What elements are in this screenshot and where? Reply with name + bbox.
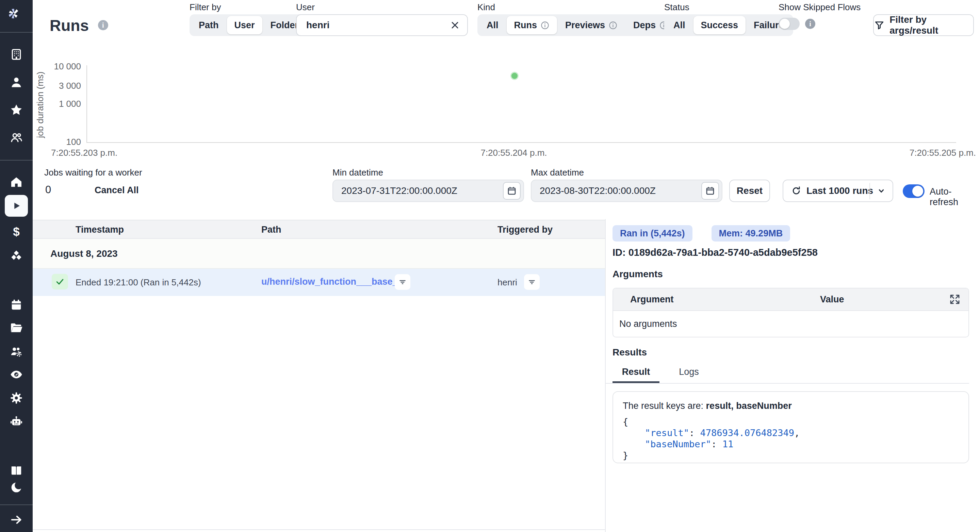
tab-result[interactable]: Result [612,367,659,383]
show-skipped-info-icon[interactable]: i [805,19,815,29]
resources-cubes-icon[interactable] [10,249,23,263]
workspace-icon[interactable] [10,48,23,61]
windmill-logo-icon[interactable] [7,7,26,26]
status-success[interactable]: Success [694,16,746,34]
y-tick-1000: 1 000 [33,98,81,109]
filter-by-user[interactable]: User [227,16,262,34]
x-tick-left: 7:20:55.203 p.m. [51,148,118,158]
success-status-badge [52,274,68,289]
status-segmented: All Success Failure [664,14,793,36]
filter-by-path-button[interactable] [395,274,410,290]
y-tick-10000: 10 000 [33,61,81,72]
runs-table-header: Timestamp Path Triggered by [33,220,605,239]
calendar-icon [506,186,517,196]
max-datetime-calendar-button[interactable] [701,182,719,200]
ai-robot-icon[interactable] [10,415,23,429]
arguments-table: Argument Value No arguments [612,288,969,337]
sidebar-item-runs[interactable] [5,195,28,217]
json-line: "result": 4786934.076482349, [623,427,959,438]
runs-play-icon [10,199,23,213]
arguments-table-header: Argument Value [613,289,969,311]
run-badges: Ran in (5,442s) Mem: 49.29MB [612,225,790,241]
filter-lines-icon [398,277,408,287]
x-tick-center: 7:20:55.204 p.m. [444,148,584,158]
min-datetime-calendar-button[interactable] [503,182,520,200]
groups-icon[interactable] [10,130,23,144]
result-summary: The result keys are: result, baseNumber [623,401,959,411]
audit-logs-eye-icon[interactable] [10,368,23,381]
table-bottom-border [33,529,605,530]
panel-divider [605,219,606,532]
folders-icon[interactable] [10,321,23,335]
status-label: Status [664,2,689,13]
chevron-down-icon[interactable] [875,185,887,197]
filter-by-user-button[interactable] [524,274,540,290]
run-data-point[interactable] [511,73,517,79]
filter-args-button[interactable]: Filter by args/result [873,14,974,36]
arguments-heading: Arguments [612,269,663,279]
user-label: User [296,2,315,13]
variables-dollar-icon[interactable]: $ [10,225,23,239]
jobs-waiting-count: 0 [45,184,51,196]
results-heading: Results [612,347,647,358]
auto-refresh-toggle[interactable] [903,184,924,198]
show-skipped-toggle[interactable] [778,18,800,30]
tab-logs[interactable]: Logs [667,367,711,383]
user-filter-field [296,14,468,36]
auto-refresh-label: Auto-refresh [930,186,980,208]
schedules-calendar-icon[interactable] [10,298,23,311]
status-all[interactable]: All [666,16,693,34]
kind-all[interactable]: All [479,16,506,34]
col-argument: Argument [630,294,674,305]
clear-user-filter-icon[interactable] [450,20,460,31]
last-runs-button[interactable]: Last 1000 runs [783,179,893,202]
user-filter-input[interactable] [297,20,450,31]
refresh-icon [791,186,802,196]
ran-in-badge: Ran in (5,442s) [612,225,692,241]
filter-by-path[interactable]: Path [191,16,226,34]
calendar-icon [705,186,716,196]
show-skipped-label: Show Skipped Flows [778,2,861,13]
kind-segmented: All Runs Previews Deps [477,14,678,36]
json-line: } [623,450,959,461]
json-line: { [623,416,959,427]
run-path-link[interactable]: u/henri/slow_function___base_11 [261,276,407,287]
result-json: { "result": 4786934.076482349, "baseNumb… [623,416,959,461]
kind-runs[interactable]: Runs [507,16,557,34]
no-arguments-row: No arguments [613,311,969,337]
chart-x-axis-line [86,142,956,143]
date-group-row: August 8, 2023 [33,239,605,269]
home-icon[interactable] [10,175,23,189]
svg-text:$: $ [13,225,19,238]
reset-button[interactable]: Reset [729,179,770,202]
results-tabs: Result Logs [612,367,711,383]
runs-info-icon[interactable]: i [98,20,108,30]
sidebar-divider [0,160,33,160]
runs-page: $ [0,0,980,532]
y-tick-100: 100 [33,137,81,147]
kind-runs-info-icon[interactable] [540,21,550,30]
tabs-baseline [606,383,969,384]
docs-book-icon[interactable] [10,464,23,477]
col-value: Value [820,294,844,305]
favorites-star-icon[interactable] [10,103,23,117]
cancel-all-button[interactable]: Cancel All [95,185,139,195]
jobs-waiting-label: Jobs waiting for a worker [44,167,142,178]
max-datetime-input[interactable]: 2023-08-30T22:00:00.000Z [531,179,722,202]
user-icon[interactable] [10,76,23,89]
kind-previews[interactable]: Previews [558,16,625,34]
min-datetime-input[interactable]: 2023-07-31T22:00:00.000Z [332,179,524,202]
max-datetime-label: Max datetime [531,167,584,178]
kind-previews-info-icon[interactable] [608,21,617,30]
memory-badge: Mem: 49.29MB [711,225,791,241]
sidebar-divider [0,32,33,33]
chart-y-axis-line [86,65,87,143]
button-divider [869,183,870,199]
worker-groups-icon[interactable] [10,345,23,358]
dark-mode-moon-icon[interactable] [10,481,23,494]
expand-sidebar-arrow-icon[interactable] [10,513,23,527]
expand-arguments-icon[interactable] [949,293,961,305]
run-row[interactable]: Ended 19:21:00 (Ran in 5,442s) u/henri/s… [33,269,605,296]
filter-lines-icon [527,277,537,287]
settings-gear-icon[interactable] [10,391,23,405]
